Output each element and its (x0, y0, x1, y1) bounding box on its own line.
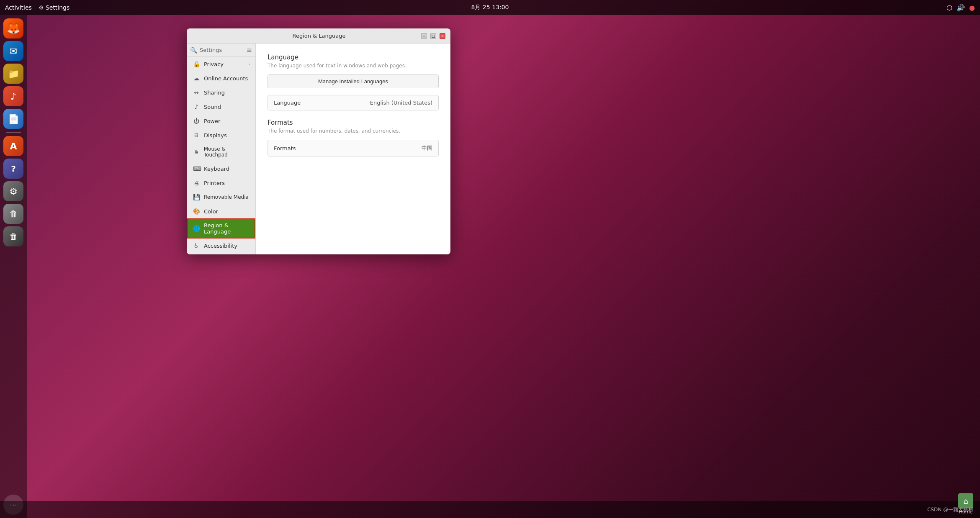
sidebar-item-removable[interactable]: 💾 Removable Media (187, 190, 255, 204)
settings-window: Region & Language − □ × 🔍 Settings ≡ 🔒 P… (187, 28, 450, 254)
sidebar-item-users[interactable]: 👤 Users (187, 253, 255, 254)
language-section-title: Language (268, 54, 439, 61)
language-section-desc: The language used for text in windows an… (268, 63, 439, 69)
formats-section: Formats The format used for numbers, dat… (268, 119, 439, 156)
power-icon: ⏻ (193, 118, 200, 124)
dock-icon-trash[interactable]: 🗑 (3, 204, 23, 224)
close-button[interactable]: × (440, 33, 445, 39)
color-icon: 🎨 (193, 208, 200, 215)
language-row-label: Language (274, 100, 301, 106)
sidebar-item-keyboard[interactable]: ⌨ Keyboard (187, 162, 255, 176)
sidebar-label-removable: Removable Media (204, 194, 249, 200)
search-icon[interactable]: 🔍 (190, 47, 197, 54)
tray-network-icon[interactable]: ⬡ (947, 4, 952, 12)
sidebar-label-power: Power (204, 118, 220, 124)
sidebar-label-printers: Printers (204, 180, 225, 186)
formats-row-value: 中国 (422, 144, 432, 152)
sidebar-item-online-accounts[interactable]: ☁ Online Accounts (187, 71, 255, 85)
dock-icon-trash2[interactable]: 🗑 (3, 226, 23, 246)
top-bar-left: Activities ⚙ Settings (5, 4, 69, 11)
sidebar-item-accessibility[interactable]: ♿ Accessibility (187, 238, 255, 253)
language-row[interactable]: Language English (United States) (268, 95, 439, 110)
settings-app-label[interactable]: ⚙ Settings (39, 4, 69, 11)
removable-icon: 💾 (193, 194, 200, 200)
accessibility-icon: ♿ (193, 242, 200, 249)
formats-section-desc: The format used for numbers, dates, and … (268, 128, 439, 134)
home-icon[interactable]: ⌂ (958, 493, 973, 508)
window-titlebar: Region & Language − □ × (187, 28, 450, 44)
window-body: 🔍 Settings ≡ 🔒 Privacy › ☁ Online Accoun… (187, 44, 450, 254)
dock-icon-appstore[interactable]: A (3, 136, 23, 156)
sidebar-item-sound[interactable]: ♪ Sound (187, 100, 255, 114)
dock-icon-help[interactable]: ? (3, 159, 23, 179)
sound-icon: ♪ (193, 103, 200, 110)
dock-icon-settings[interactable]: ⚙ (3, 181, 23, 201)
window-title: Region & Language (217, 33, 421, 39)
sidebar-item-displays[interactable]: 🖥 Displays (187, 128, 255, 142)
online-accounts-icon: ☁ (193, 75, 200, 82)
sidebar-item-printers[interactable]: 🖨 Printers (187, 176, 255, 190)
formats-section-title: Formats (268, 119, 439, 126)
sidebar-label-online-accounts: Online Accounts (204, 75, 248, 82)
sidebar-label-accessibility: Accessibility (204, 243, 237, 249)
sidebar-header: 🔍 Settings ≡ (187, 44, 255, 57)
language-row-value: English (United States) (370, 100, 432, 106)
dock-icon-thunderbird[interactable]: ✉ (3, 41, 23, 61)
activities-label[interactable]: Activities (5, 4, 32, 11)
sharing-icon: ↔ (193, 89, 200, 96)
tray-sound-icon[interactable]: 🔊 (957, 4, 965, 12)
tray-power-icon[interactable]: ● (969, 4, 975, 12)
chevron-icon-privacy: › (249, 62, 250, 67)
sidebar-label-displays: Displays (204, 132, 227, 138)
minimize-button[interactable]: − (421, 33, 427, 39)
formats-row-label: Formats (274, 145, 296, 151)
sidebar-item-color[interactable]: 🎨 Color (187, 204, 255, 218)
region-icon: 🌐 (193, 225, 200, 232)
formats-row[interactable]: Formats 中国 (268, 140, 439, 156)
printers-icon: 🖨 (193, 180, 200, 186)
datetime-label: 8月 25 13:00 (471, 4, 509, 11)
sidebar-label-sound: Sound (204, 104, 221, 110)
dock-icon-files[interactable]: 📁 (3, 64, 23, 84)
privacy-icon: 🔒 (193, 61, 200, 67)
manage-languages-button[interactable]: Manage Installed Languages (268, 74, 439, 88)
displays-icon: 🖥 (193, 132, 200, 138)
top-bar: Activities ⚙ Settings 8月 25 13:00 ⬡ 🔊 ● (0, 0, 980, 15)
dock-icon-docs[interactable]: 📄 (3, 109, 23, 129)
sidebar-item-privacy[interactable]: 🔒 Privacy › (187, 57, 255, 71)
settings-sidebar: 🔍 Settings ≡ 🔒 Privacy › ☁ Online Accoun… (187, 44, 256, 254)
sidebar-menu-button[interactable]: ≡ (247, 46, 252, 54)
keyboard-icon: ⌨ (193, 165, 200, 172)
home-label: Home (959, 509, 972, 515)
home-house-icon: ⌂ (963, 497, 968, 505)
sidebar-item-region[interactable]: 🌐 Region & Language (187, 218, 255, 238)
sidebar-label-mouse: Mouse & Touchpad (204, 146, 250, 158)
language-section: Language The language used for text in w… (268, 54, 439, 110)
dock-icon-rhythmbox[interactable]: ♪ (3, 86, 23, 106)
window-controls: − □ × (421, 33, 445, 39)
mouse-icon: 🖱 (193, 149, 200, 155)
sidebar-label-color: Color (204, 208, 218, 215)
home-button[interactable]: ⌂ Home (958, 493, 973, 515)
tray-icons: ⬡ 🔊 ● (947, 4, 975, 12)
sidebar-item-sharing[interactable]: ↔ Sharing (187, 85, 255, 100)
sidebar-label-keyboard: Keyboard (204, 166, 229, 172)
dock-icon-firefox[interactable]: 🦊 (3, 18, 23, 38)
main-content: Language The language used for text in w… (256, 44, 450, 254)
sidebar-item-mouse[interactable]: 🖱 Mouse & Touchpad (187, 142, 255, 162)
sidebar-search-label: Settings (200, 47, 222, 53)
sidebar-label-sharing: Sharing (204, 90, 225, 96)
bottom-bar: CSDN @一颗大槟榔 (0, 501, 980, 518)
sidebar-label-privacy: Privacy (204, 61, 224, 67)
dock-separator (6, 132, 21, 133)
dock: 🦊 ✉ 📁 ♪ 📄 A ? ⚙ 🗑 🗑 ⋯ (0, 15, 27, 518)
sidebar-item-power[interactable]: ⏻ Power (187, 114, 255, 128)
sidebar-label-region: Region & Language (204, 222, 250, 235)
maximize-button[interactable]: □ (430, 33, 436, 39)
